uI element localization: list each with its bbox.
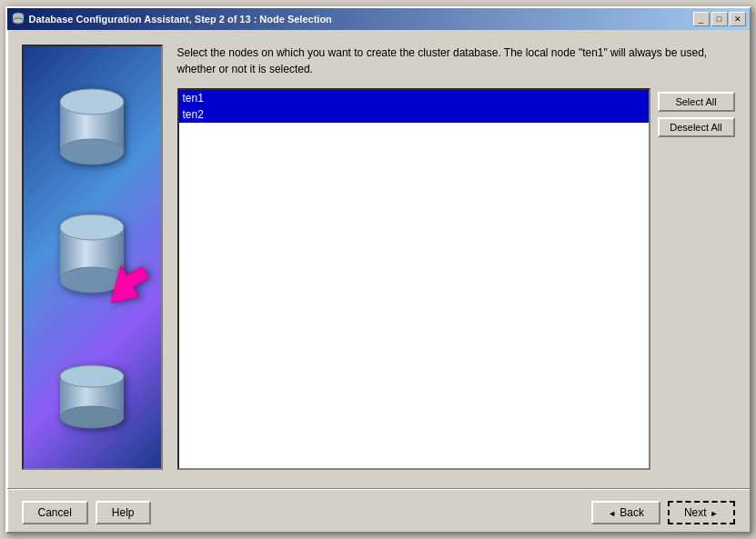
left-panel-illustration — [22, 45, 163, 470]
next-button[interactable]: Next — [668, 501, 735, 524]
node-item-ten1[interactable]: ten1 — [179, 90, 649, 106]
back-button[interactable]: Back — [591, 501, 660, 524]
description-text: Select the nodes on which you want to cr… — [177, 45, 735, 77]
back-label: Back — [620, 506, 644, 519]
select-all-button[interactable]: Select All — [658, 92, 735, 112]
next-arrow-icon — [711, 506, 719, 519]
svg-point-5 — [60, 139, 124, 165]
next-label: Next — [684, 506, 707, 519]
window-title: Database Configuration Assistant, Step 2… — [29, 14, 690, 25]
svg-marker-9 — [97, 257, 155, 312]
minimize-button[interactable]: _ — [693, 12, 710, 26]
svg-point-7 — [60, 215, 124, 240]
right-panel: Select the nodes on which you want to cr… — [177, 45, 735, 470]
svg-point-11 — [60, 365, 124, 387]
side-buttons: Select All Deselect All — [658, 88, 735, 470]
close-button[interactable]: ✕ — [730, 12, 746, 26]
window-controls: _ □ ✕ — [693, 12, 746, 26]
node-listbox[interactable]: ten1 ten2 — [177, 88, 650, 470]
svg-point-2 — [13, 18, 24, 24]
app-icon — [11, 12, 25, 26]
node-item-ten2[interactable]: ten2 — [179, 106, 649, 123]
cylinder-bottom — [51, 362, 133, 430]
main-window: Database Configuration Assistant, Step 2… — [5, 6, 751, 534]
content-area: Select the nodes on which you want to cr… — [7, 30, 750, 484]
help-button[interactable]: Help — [96, 501, 151, 524]
svg-point-12 — [60, 406, 124, 428]
back-arrow-icon — [608, 506, 616, 519]
title-bar: Database Configuration Assistant, Step 2… — [7, 8, 750, 30]
deselect-all-button[interactable]: Deselect All — [658, 117, 735, 137]
node-list-container: ten1 ten2 Select All Deselect All — [177, 88, 735, 470]
cancel-button[interactable]: Cancel — [22, 501, 88, 524]
separator-line — [7, 488, 750, 490]
cylinder-middle — [46, 211, 137, 297]
svg-point-4 — [60, 89, 124, 115]
maximize-button[interactable]: □ — [711, 12, 728, 26]
bottom-bar: Cancel Help Back Next — [7, 494, 750, 532]
bottom-right-buttons: Back Next — [591, 501, 734, 524]
cylinder-top — [46, 84, 137, 165]
window-body: Select the nodes on which you want to cr… — [7, 30, 750, 532]
bottom-left-buttons: Cancel Help — [22, 501, 151, 524]
